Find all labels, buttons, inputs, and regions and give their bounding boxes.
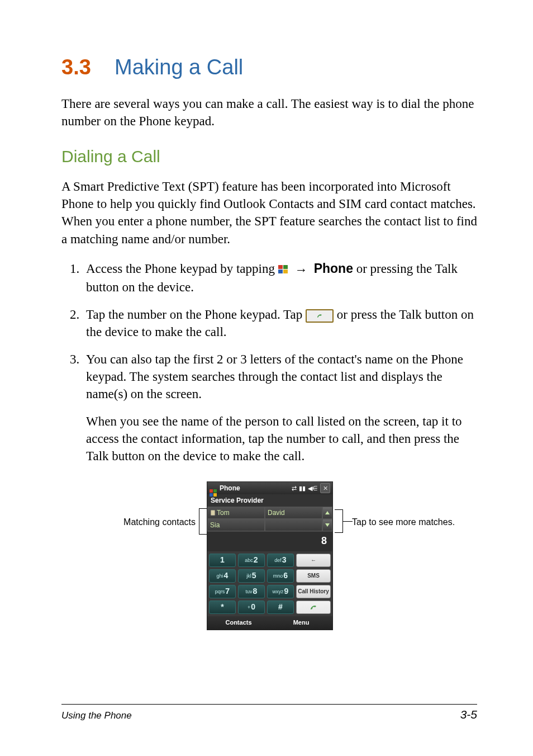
step-1: Access the Phone keypad by tapping → Pho… bbox=[83, 260, 477, 296]
phone-app-title: Phone bbox=[220, 484, 289, 493]
callout-tap-more: Tap to see more matches. bbox=[352, 516, 475, 528]
step-3: You can also tap the first 2 or 3 letter… bbox=[83, 351, 477, 465]
call-key[interactable] bbox=[296, 601, 331, 614]
match-contact-3[interactable]: Sia bbox=[207, 519, 265, 531]
match-1-name: Tom bbox=[217, 508, 230, 517]
service-provider-label: Service Provider bbox=[207, 494, 332, 507]
connection-icon: ⇄ bbox=[292, 484, 297, 493]
section-number: 3.3 bbox=[61, 55, 91, 79]
subsection-heading: Dialing a Call bbox=[61, 145, 477, 168]
volume-icon: ◀∈ bbox=[308, 484, 318, 493]
key-3[interactable]: def3 bbox=[267, 554, 294, 567]
phone-menu-label: Phone bbox=[314, 261, 353, 276]
phone-screenshot: Phone ⇄ ▮▮ ◀∈ ✕ Service Provider Tom Dav… bbox=[207, 481, 333, 630]
key-star[interactable]: * bbox=[209, 601, 236, 614]
key-8[interactable]: tuv8 bbox=[238, 585, 265, 598]
phone-figure: Matching contacts Tap to see more matche… bbox=[61, 481, 477, 672]
step-2-pre: Tap the number on the Phone keypad. Tap bbox=[86, 308, 306, 322]
svg-marker-9 bbox=[325, 511, 330, 514]
scroll-up-button[interactable] bbox=[322, 507, 332, 519]
footer-rule bbox=[61, 704, 477, 705]
svg-rect-2 bbox=[278, 270, 283, 273]
steps-list: Access the Phone keypad by tapping → Pho… bbox=[61, 260, 477, 465]
call-icon bbox=[309, 603, 318, 611]
svg-marker-10 bbox=[325, 523, 330, 527]
svg-rect-4 bbox=[210, 489, 213, 493]
arrow-icon: → bbox=[294, 261, 307, 278]
callout-right-connector bbox=[335, 509, 343, 533]
key-5[interactable]: jkl5 bbox=[238, 569, 265, 583]
phone-titlebar: Phone ⇄ ▮▮ ◀∈ ✕ bbox=[207, 482, 332, 494]
backspace-key[interactable]: ← bbox=[296, 554, 331, 567]
section-intro: There are several ways you can make a ca… bbox=[61, 95, 477, 130]
backspace-icon: ← bbox=[311, 556, 316, 564]
status-icons: ⇄ ▮▮ ◀∈ bbox=[292, 484, 318, 493]
sms-key[interactable]: SMS bbox=[296, 569, 331, 583]
step-1-pre: Access the Phone keypad by tapping bbox=[86, 262, 278, 276]
softkey-bar: Contacts Menu bbox=[207, 616, 332, 630]
start-icon[interactable] bbox=[210, 484, 217, 492]
talk-button-icon bbox=[306, 309, 334, 323]
match-contact-2[interactable]: David bbox=[265, 507, 322, 519]
key-9[interactable]: wxyz9 bbox=[267, 585, 294, 598]
softkey-menu[interactable]: Menu bbox=[270, 616, 332, 630]
key-2[interactable]: abc2 bbox=[238, 554, 265, 567]
svg-rect-1 bbox=[283, 265, 288, 269]
phone-keypad: 1 abc2 def3 ← ghi4 jkl5 mno6 SMS pqrs7 t… bbox=[207, 551, 332, 616]
key-1[interactable]: 1 bbox=[209, 554, 236, 567]
svg-rect-3 bbox=[283, 270, 288, 273]
match-contact-1[interactable]: Tom bbox=[207, 507, 265, 519]
call-history-key[interactable]: Call History bbox=[296, 585, 331, 598]
callout-matching-contacts: Matching contacts bbox=[106, 516, 196, 528]
step-3b-text: When you see the name of the person to c… bbox=[86, 413, 477, 465]
match-3-name: Sia bbox=[210, 521, 220, 530]
svg-rect-5 bbox=[213, 489, 217, 493]
step-2: Tap the number on the Phone keypad. Tap … bbox=[83, 306, 477, 341]
softkey-contacts[interactable]: Contacts bbox=[207, 616, 270, 630]
signal-icon: ▮▮ bbox=[299, 484, 306, 493]
page-footer: Using the Phone 3-5 bbox=[61, 704, 477, 722]
scroll-down-button[interactable] bbox=[322, 519, 332, 531]
footer-page-number: 3-5 bbox=[460, 707, 477, 722]
footer-chapter: Using the Phone bbox=[61, 710, 132, 722]
match-2-name: David bbox=[268, 508, 285, 517]
subsection-intro: A Smart Predictive Text (SPT) feature ha… bbox=[61, 178, 477, 247]
step-3-text: You can also tap the first 2 or 3 letter… bbox=[86, 352, 463, 401]
key-4[interactable]: ghi4 bbox=[209, 569, 236, 583]
svg-rect-8 bbox=[211, 510, 215, 516]
sim-contact-icon bbox=[210, 509, 216, 516]
svg-rect-0 bbox=[278, 265, 283, 269]
chevron-down-icon bbox=[325, 523, 330, 527]
match-empty: . bbox=[265, 519, 322, 531]
callout-left-connector bbox=[199, 508, 207, 535]
section-heading: 3.3 Making a Call bbox=[61, 56, 477, 79]
section-title-text: Making a Call bbox=[115, 55, 243, 79]
windows-start-icon bbox=[278, 261, 288, 278]
key-0[interactable]: +0 bbox=[238, 601, 265, 614]
key-7[interactable]: pqrs7 bbox=[209, 585, 236, 598]
key-6[interactable]: mno6 bbox=[267, 569, 294, 583]
dialed-number: 8 bbox=[207, 531, 332, 551]
chevron-up-icon bbox=[325, 511, 330, 515]
close-icon[interactable]: ✕ bbox=[320, 483, 330, 493]
key-hash[interactable]: # bbox=[267, 601, 294, 614]
